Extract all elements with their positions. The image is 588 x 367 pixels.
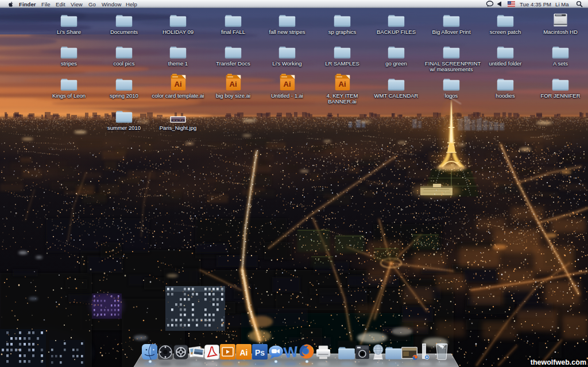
- svg-text:Ps: Ps: [255, 348, 265, 357]
- svg-text:Ai: Ai: [283, 80, 291, 88]
- svg-text:Ai: Ai: [240, 348, 248, 357]
- svg-text:Ai: Ai: [338, 80, 346, 88]
- svg-text:Ai: Ai: [174, 80, 181, 88]
- svg-text:W: W: [283, 343, 299, 360]
- svg-text:Ai: Ai: [229, 80, 237, 88]
